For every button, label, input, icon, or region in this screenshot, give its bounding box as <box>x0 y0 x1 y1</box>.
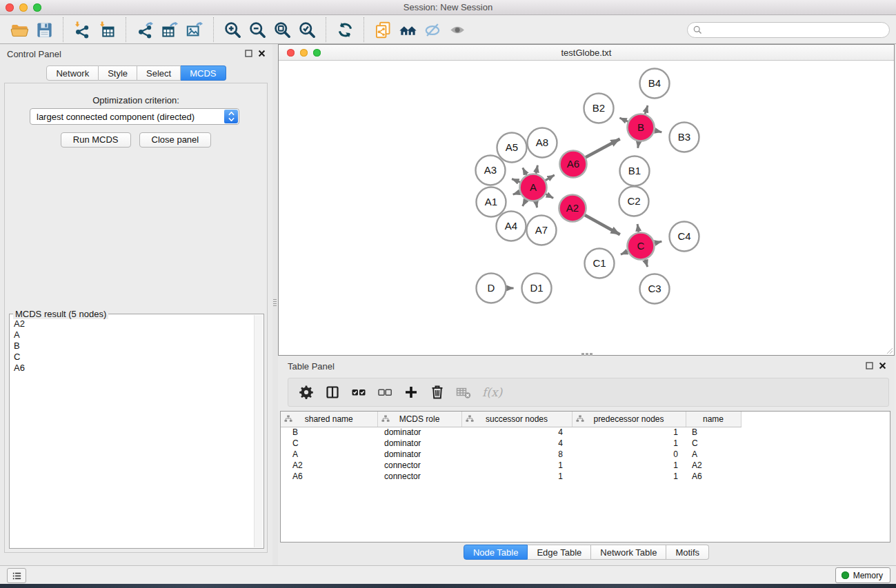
table-row[interactable]: A6connector11A6 <box>281 471 890 482</box>
search-field[interactable] <box>687 22 890 38</box>
close-panel-button[interactable]: Close panel <box>139 132 212 148</box>
graph-node-A5[interactable]: A5 <box>497 133 527 163</box>
gear-button[interactable] <box>296 382 317 403</box>
graph-edge-A-A7[interactable] <box>536 201 537 207</box>
save-button[interactable] <box>32 18 57 41</box>
hide-details-button[interactable] <box>420 18 445 41</box>
import-table-button[interactable] <box>94 18 119 41</box>
network-graph[interactable]: AA1A2A3A4A5A6A7A8BB1B2B3B4CC1C2C3C4DD1 <box>279 61 894 355</box>
graph-edge-C-C2[interactable] <box>637 224 639 232</box>
columns-button[interactable] <box>322 382 343 403</box>
float-panel-icon[interactable] <box>245 50 252 57</box>
criterion-dropdown[interactable]: largest connected component (directed) <box>30 108 239 125</box>
duplicate-network-button[interactable] <box>370 18 395 41</box>
mcds-result-item[interactable]: A2 <box>10 318 254 330</box>
tab-network-table[interactable]: Network Table <box>591 545 666 560</box>
graph-edge-B-B3[interactable] <box>655 130 661 132</box>
refresh-button[interactable] <box>332 18 357 41</box>
graph-node-C3[interactable]: C3 <box>640 274 670 304</box>
graph-node-B1[interactable]: B1 <box>620 156 650 186</box>
column-header-successor-nodes[interactable]: successor nodes <box>461 412 572 427</box>
graph-edge-A-A1[interactable] <box>513 192 520 194</box>
tab-select[interactable]: Select <box>137 65 181 81</box>
graph-node-A[interactable]: A <box>520 174 547 201</box>
column-header-name[interactable]: name <box>686 412 741 427</box>
column-header-shared-name[interactable]: shared name <box>281 412 377 427</box>
graph-node-C4[interactable]: C4 <box>670 222 699 252</box>
graph-edge-A-A6[interactable] <box>546 175 555 181</box>
export-table-button[interactable] <box>157 18 182 41</box>
zoom-fit-button[interactable] <box>270 18 295 41</box>
graph-edge-A-A2[interactable] <box>546 194 553 199</box>
graph-node-A3[interactable]: A3 <box>476 156 506 185</box>
graph-node-C1[interactable]: C1 <box>585 249 615 278</box>
tab-mcds[interactable]: MCDS <box>181 65 226 81</box>
table-row[interactable]: A2connector11A2 <box>281 460 890 471</box>
vertical-splitter[interactable] <box>272 44 278 565</box>
show-details-button[interactable] <box>445 18 470 41</box>
tab-node-table[interactable]: Node Table <box>464 545 528 560</box>
export-image-button[interactable] <box>182 18 207 41</box>
graph-edge-C-C1[interactable] <box>621 252 628 254</box>
deselect-all-button[interactable] <box>375 382 395 403</box>
zoom-selected-button[interactable] <box>295 18 319 41</box>
graph-node-D1[interactable]: D1 <box>522 274 552 303</box>
graph-node-A6[interactable]: A6 <box>560 151 587 178</box>
graph-edge-B-B2[interactable] <box>619 118 628 121</box>
table-row[interactable]: Cdominator41C <box>281 438 890 449</box>
graph-node-B2[interactable]: B2 <box>584 94 614 123</box>
resize-grip-icon[interactable] <box>885 346 893 354</box>
graph-node-A2[interactable]: A2 <box>559 195 586 222</box>
graph-edge-A-A4[interactable] <box>523 200 526 206</box>
mcds-result-item[interactable]: B <box>10 341 254 352</box>
graph-edge-A-A8[interactable] <box>536 165 537 174</box>
tab-motifs[interactable]: Motifs <box>666 545 709 560</box>
network-canvas[interactable]: AA1A2A3A4A5A6A7A8BB1B2B3B4CC1C2C3C4DD1 <box>279 61 894 355</box>
column-header-mcds-role[interactable]: MCDS role <box>377 412 461 427</box>
zoom-out-button[interactable] <box>245 18 270 41</box>
close-panel-icon[interactable] <box>258 50 266 57</box>
search-input[interactable] <box>706 25 884 35</box>
run-mcds-button[interactable]: Run MCDS <box>61 132 131 148</box>
import-network-button[interactable] <box>70 18 94 41</box>
mcds-result-item[interactable]: A <box>10 330 254 341</box>
graph-node-A8[interactable]: A8 <box>528 128 557 158</box>
graph-node-D[interactable]: D <box>477 274 506 303</box>
open-folder-button[interactable] <box>7 18 32 41</box>
close-table-panel-icon[interactable] <box>879 362 886 369</box>
column-header-predecessor-nodes[interactable]: predecessor nodes <box>572 412 686 427</box>
graph-node-A7[interactable]: A7 <box>527 216 557 245</box>
add-button[interactable] <box>401 382 421 403</box>
graph-node-B[interactable]: B <box>628 114 655 141</box>
graph-node-B3[interactable]: B3 <box>670 123 699 152</box>
delete-button[interactable] <box>427 382 448 403</box>
graph-edge-C-C4[interactable] <box>655 241 661 243</box>
graph-node-A1[interactable]: A1 <box>477 187 506 217</box>
graph-edge-C-C3[interactable] <box>645 260 647 267</box>
graph-edge-A-A3[interactable] <box>512 179 520 183</box>
tab-edge-table[interactable]: Edge Table <box>528 545 591 560</box>
graph-edge-A6-B[interactable] <box>586 139 620 157</box>
table-row[interactable]: Adominator80A <box>281 449 890 460</box>
tab-network[interactable]: Network <box>46 65 99 81</box>
graph-edge-B-B4[interactable] <box>645 105 648 114</box>
mcds-result-item[interactable]: A6 <box>10 363 254 374</box>
graph-node-B4[interactable]: B4 <box>640 69 670 99</box>
tab-style[interactable]: Style <box>99 65 137 81</box>
memory-button[interactable]: Memory <box>835 567 890 583</box>
mcds-result-item[interactable]: C <box>10 352 254 363</box>
result-scrollbar[interactable] <box>254 315 263 547</box>
graph-edge-B-B1[interactable] <box>638 141 639 148</box>
table-row[interactable]: Bdominator41B <box>281 427 890 438</box>
float-table-panel-icon[interactable] <box>866 362 873 369</box>
select-all-button[interactable] <box>348 382 369 403</box>
graph-node-C[interactable]: C <box>628 233 655 260</box>
task-history-button[interactable] <box>7 568 26 583</box>
graph-edge-A-A5[interactable] <box>523 168 527 175</box>
zoom-in-button[interactable] <box>220 18 245 41</box>
graph-node-C2[interactable]: C2 <box>619 187 649 216</box>
export-network-button[interactable] <box>132 18 157 41</box>
home-button[interactable] <box>395 18 420 41</box>
graph-edge-A2-C[interactable] <box>585 215 620 234</box>
graph-node-A4[interactable]: A4 <box>497 212 526 241</box>
